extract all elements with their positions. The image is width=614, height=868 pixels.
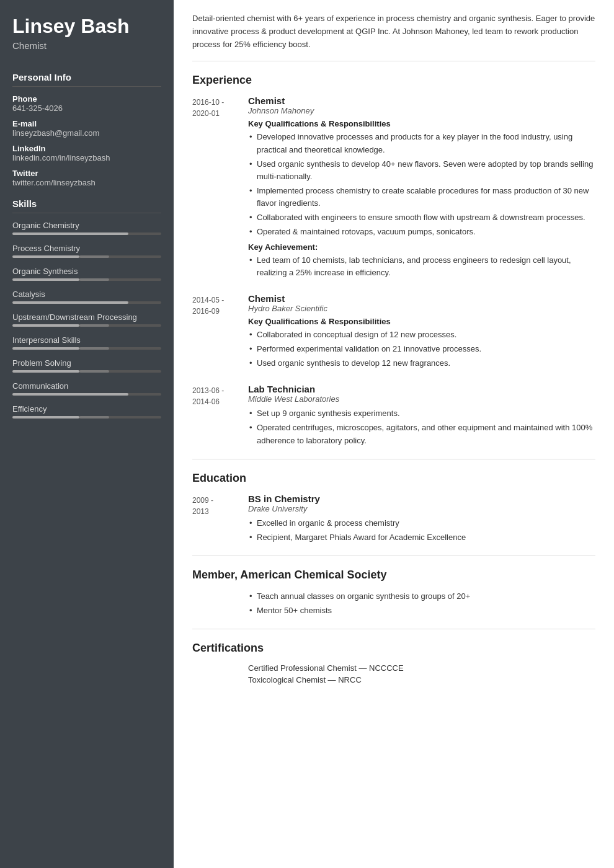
skill-name: Efficiency	[12, 404, 161, 414]
skill-bar-fill	[12, 347, 79, 350]
entry-date: 2013-06 -2014-06	[192, 384, 248, 448]
skill-bar-fill	[12, 278, 79, 281]
name-block: Linsey Bash Chemist	[0, 0, 174, 61]
info-item: LinkedInlinkedin.com/in/linseyzbash	[12, 144, 161, 162]
skill-bar	[12, 416, 161, 418]
bullet-item: Used organic synthesis to develop 40+ ne…	[248, 158, 595, 183]
info-label: LinkedIn	[12, 144, 161, 153]
info-value: linkedin.com/in/linseyzbash	[12, 153, 161, 162]
skill-bar-fill	[12, 370, 79, 373]
bullet-item: Implemented process chemistry to create …	[248, 185, 595, 210]
skill-name: Organic Chemistry	[12, 221, 161, 230]
experience-entry: 2016-10 -2020-01 Chemist Johnson Mahoney…	[192, 95, 595, 280]
experience-entry: 2014-05 -2016-09 Chemist Hydro Baker Sci…	[192, 293, 595, 371]
bullet-item: Performed experimental validation on 21 …	[248, 343, 595, 355]
skill-item: Organic Chemistry	[12, 221, 161, 235]
bullet-item: Collaborated with engineers to ensure sm…	[248, 211, 595, 224]
skill-item: Catalysis	[12, 290, 161, 304]
skill-name: Communication	[12, 381, 161, 391]
skill-item: Interpersonal Skills	[12, 335, 161, 350]
info-item: Twittertwitter.com/linseyzbash	[12, 169, 161, 187]
member-bullet-list: Teach annual classes on organic synthesi…	[248, 590, 595, 617]
skill-bar-fill	[12, 301, 128, 304]
bullet-item: Set up 9 organic synthesis experiments.	[248, 407, 595, 420]
skill-bar-segment	[79, 347, 109, 350]
skill-item: Upstream/Downstream Processing	[12, 312, 161, 327]
info-label: Twitter	[12, 169, 161, 178]
cert-item: Toxicological Chemist — NRCC	[192, 675, 595, 684]
bullet-list: Developed innovative processes and produ…	[248, 131, 595, 238]
company-name: Hydro Baker Scientific	[248, 304, 595, 313]
job-title: Lab Technician	[248, 384, 595, 394]
member-heading: Member, American Chemical Society	[192, 569, 595, 582]
school-name: Drake University	[248, 504, 595, 513]
sidebar: Linsey Bash Chemist Personal Info Phone6…	[0, 0, 174, 868]
skill-name: Catalysis	[12, 290, 161, 299]
bullet-item: Led team of 10 chemists, lab technicians…	[248, 254, 595, 279]
info-item: E-maillinseyzbash@gmail.com	[12, 119, 161, 138]
skill-bar-fill	[12, 255, 79, 258]
info-label: E-mail	[12, 119, 161, 128]
skill-bar	[12, 347, 161, 350]
subsection-label: Key Qualifications & Responsibilities	[248, 317, 595, 326]
summary-text: Detail-oriented chemist with 6+ years of…	[192, 12, 595, 61]
edu-content: BS in Chemistry Drake University Excelle…	[248, 494, 595, 546]
subsection-label: Key Qualifications & Responsibilities	[248, 119, 595, 128]
skill-bar-fill	[12, 232, 128, 235]
skill-item: Organic Synthesis	[12, 267, 161, 281]
skills-heading: Skills	[12, 198, 161, 213]
skill-bar	[12, 301, 161, 304]
skill-bar-segment	[79, 370, 109, 373]
education-entries: 2009 -2013 BS in Chemistry Drake Univers…	[192, 494, 595, 546]
skill-bar-fill	[12, 324, 79, 327]
personal-info-heading: Personal Info	[12, 72, 161, 87]
job-title: Chemist	[248, 95, 595, 106]
skills-items: Organic Chemistry Process Chemistry Orga…	[12, 221, 161, 418]
job-title: Chemist	[248, 293, 595, 304]
skill-item: Communication	[12, 381, 161, 396]
certification-items: Certified Professional Chemist — NCCCCET…	[192, 663, 595, 684]
bullet-item: Operated & maintained rotovaps, vacuum p…	[248, 226, 595, 238]
skill-bar-fill	[12, 393, 128, 396]
skill-name: Problem Solving	[12, 358, 161, 368]
skill-bar	[12, 232, 161, 235]
certifications-heading: Certifications	[192, 642, 595, 655]
info-value: 641-325-4026	[12, 104, 161, 113]
experience-entry: 2013-06 -2014-06 Lab Technician Middle W…	[192, 384, 595, 448]
member-bullets: Teach annual classes on organic synthesi…	[192, 590, 595, 617]
skill-bar-segment	[79, 278, 109, 281]
skill-name: Upstream/Downstream Processing	[12, 312, 161, 322]
edu-bullet-list: Excelled in organic & process chemistryR…	[248, 517, 595, 544]
info-value: linseyzbash@gmail.com	[12, 128, 161, 138]
personal-info-section: Personal Info Phone641-325-4026E-maillin…	[0, 72, 174, 187]
member-section: Member, American Chemical Society Teach …	[192, 569, 595, 629]
skill-item: Problem Solving	[12, 358, 161, 373]
skill-name: Process Chemistry	[12, 244, 161, 253]
job-title: Chemist	[12, 40, 161, 51]
cert-item: Certified Professional Chemist — NCCCCE	[192, 663, 595, 673]
bullet-item: Operated centrifuges, microscopes, agita…	[248, 422, 595, 446]
education-section: Education 2009 -2013 BS in Chemistry Dra…	[192, 472, 595, 556]
skill-bar-segment	[79, 255, 109, 258]
skill-name: Organic Synthesis	[12, 267, 161, 276]
experience-section: Experience 2016-10 -2020-01 Chemist John…	[192, 74, 595, 459]
bullet-list: Collaborated in conceptual design of 12 …	[248, 329, 595, 370]
info-item: Phone641-325-4026	[12, 94, 161, 113]
certifications-section: Certifications Certified Professional Ch…	[192, 642, 595, 697]
skill-item: Efficiency	[12, 404, 161, 418]
member-bullet-item: Mentor 50+ chemists	[248, 604, 595, 617]
personal-info-items: Phone641-325-4026E-maillinseyzbash@gmail…	[12, 94, 161, 187]
skill-item: Process Chemistry	[12, 244, 161, 258]
subsection-label: Key Achievement:	[248, 242, 595, 252]
skill-bar-segment	[79, 416, 109, 418]
skill-bar	[12, 370, 161, 373]
entry-content: Lab Technician Middle West Laboratories …	[248, 384, 595, 448]
company-name: Middle West Laboratories	[248, 394, 595, 404]
bullet-list: Led team of 10 chemists, lab technicians…	[248, 254, 595, 279]
entry-date: 2016-10 -2020-01	[192, 95, 248, 280]
education-entry: 2009 -2013 BS in Chemistry Drake Univers…	[192, 494, 595, 546]
skill-name: Interpersonal Skills	[12, 335, 161, 345]
degree-title: BS in Chemistry	[248, 494, 595, 504]
company-name: Johnson Mahoney	[248, 106, 595, 115]
edu-date: 2009 -2013	[192, 494, 248, 546]
